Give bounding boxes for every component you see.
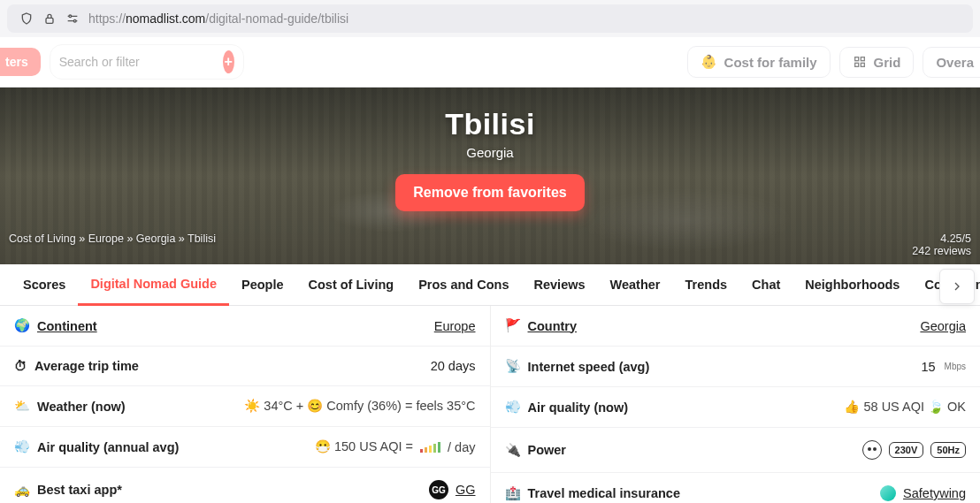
- info-col-right: 🚩Country Georgia 📡Internet speed (avg) 1…: [491, 306, 981, 503]
- value-country[interactable]: Georgia: [920, 319, 966, 333]
- frequency-badge: 50Hz: [930, 442, 966, 458]
- label-aqi-now: Air quality (now): [528, 400, 629, 415]
- gg-badge-icon: GG: [429, 480, 448, 499]
- tab-trends[interactable]: Trends: [673, 265, 740, 304]
- tab-digital-nomad-guide[interactable]: Digital Nomad Guide: [78, 264, 229, 306]
- tab-reviews[interactable]: Reviews: [522, 265, 598, 304]
- satellite-icon: 📡: [505, 359, 521, 374]
- bars-icon: [420, 442, 440, 453]
- svg-point-2: [73, 19, 76, 22]
- info-grid: 🌍Continent Europe ⏱Average trip time 20 …: [0, 306, 980, 503]
- svg-rect-4: [861, 57, 864, 61]
- hero: Tbilisi Georgia Remove from favorites Co…: [0, 88, 980, 264]
- label-aqi-avg: Air quality (annual avg): [37, 440, 179, 454]
- globe-icon: 🌍: [14, 318, 30, 333]
- label-insurance: Travel medical insurance: [528, 486, 680, 500]
- search-input[interactable]: [59, 55, 214, 69]
- outlet-icon: [862, 440, 882, 460]
- tab-people[interactable]: People: [229, 265, 296, 304]
- browser-urlbar[interactable]: https://nomadlist.com/digital-nomad-guid…: [7, 4, 973, 33]
- label-continent: Continent: [37, 319, 97, 333]
- svg-point-1: [69, 15, 72, 18]
- svg-rect-3: [854, 57, 858, 61]
- row-taxi: 🚕Best taxi app* GG GG: [0, 468, 490, 503]
- clock-icon: ⏱: [14, 359, 27, 373]
- app-toolbar: ters + 👶 Cost for family Grid Overa: [0, 37, 980, 88]
- label-weather-now: Weather (now): [37, 400, 126, 414]
- browser-urlbar-row: https://nomadlist.com/digital-nomad-guid…: [0, 0, 980, 37]
- value-taxi[interactable]: GG GG: [429, 480, 476, 499]
- chevron-right-icon: [950, 279, 964, 293]
- permissions-icon: [65, 11, 80, 26]
- value-trip-time: 20 days: [431, 359, 476, 373]
- plug-icon: 🔌: [505, 443, 521, 458]
- sun-cloud-icon: ⛅: [14, 399, 30, 414]
- grid-icon: [853, 55, 867, 69]
- url-path: /digital-nomad-guide/tbilisi: [205, 11, 348, 26]
- row-continent: 🌍Continent Europe: [0, 306, 490, 347]
- add-filter-button[interactable]: +: [223, 50, 234, 73]
- svg-rect-0: [46, 18, 53, 23]
- shield-icon: [19, 11, 34, 26]
- value-insurance[interactable]: Safetywing: [880, 485, 966, 501]
- row-trip-time: ⏱Average trip time 20 days: [0, 347, 490, 386]
- value-weather-now: ☀️ 34°C + 😊 Comfy (36%) = feels 35°C: [244, 399, 475, 414]
- svg-rect-5: [854, 63, 858, 66]
- lock-icon: [42, 11, 57, 26]
- label-power: Power: [528, 443, 567, 457]
- safetywing-icon: [880, 485, 896, 501]
- wind-icon: 💨: [505, 400, 521, 415]
- overall-button[interactable]: Overa: [923, 47, 980, 78]
- value-internet: 15Mbps: [921, 360, 966, 374]
- voltage-badge: 230V: [889, 442, 924, 458]
- label-taxi: Best taxi app*: [37, 483, 122, 497]
- url-scheme: https://: [88, 11, 126, 26]
- value-continent[interactable]: Europe: [434, 319, 476, 333]
- row-aqi-avg: 💨Air quality (annual avg) 😷 150 US AQI =…: [0, 427, 490, 468]
- tab-scores[interactable]: Scores: [11, 265, 78, 304]
- row-power: 🔌Power 230V 50Hz: [491, 428, 981, 473]
- tab-chat[interactable]: Chat: [739, 265, 792, 304]
- hospital-icon: 🏥: [505, 486, 521, 501]
- cost-family-button[interactable]: 👶 Cost for family: [687, 46, 831, 78]
- rating-block: 4.25/5 242 reviews: [912, 232, 971, 257]
- taxi-icon: 🚕: [14, 483, 30, 498]
- url-text[interactable]: https://nomadlist.com/digital-nomad-guid…: [88, 11, 348, 26]
- row-weather-now: ⛅Weather (now) ☀️ 34°C + 😊 Comfy (36%) =…: [0, 386, 490, 427]
- value-power: 230V 50Hz: [862, 440, 966, 460]
- wind-icon: 💨: [14, 439, 30, 454]
- label-trip-time: Average trip time: [34, 359, 139, 373]
- remove-favorite-button[interactable]: Remove from favorites: [395, 174, 584, 211]
- label-internet: Internet speed (avg): [528, 360, 650, 374]
- page-subtitle: Georgia: [0, 145, 980, 160]
- grid-view-button[interactable]: Grid: [839, 47, 915, 78]
- breadcrumb[interactable]: Cost of Living » Europe » Georgia » Tbil…: [9, 232, 216, 257]
- rating-reviews: 242 reviews: [912, 245, 971, 257]
- page-title: Tbilisi: [0, 107, 980, 141]
- value-aqi-now: 👍 58 US AQI 🍃 OK: [844, 400, 966, 415]
- tabs-scroll-right[interactable]: [939, 269, 975, 304]
- tab-pros-cons[interactable]: Pros and Cons: [406, 265, 521, 304]
- row-aqi-now: 💨Air quality (now) 👍 58 US AQI 🍃 OK: [491, 387, 981, 428]
- row-insurance: 🏥Travel medical insurance Safetywing: [491, 473, 981, 503]
- rating-score: 4.25/5: [912, 232, 971, 245]
- label-country: Country: [528, 319, 578, 333]
- value-aqi-avg: 😷 150 US AQI = / day: [315, 439, 476, 454]
- tabs: Scores Digital Nomad Guide People Cost o…: [0, 264, 980, 306]
- search-filter[interactable]: +: [50, 44, 244, 80]
- flag-icon: 🚩: [505, 318, 521, 333]
- tab-neighborhoods[interactable]: Neighborhoods: [792, 265, 912, 304]
- tab-cost-of-living[interactable]: Cost of Living: [296, 265, 407, 304]
- svg-rect-6: [861, 63, 864, 66]
- info-col-left: 🌍Continent Europe ⏱Average trip time 20 …: [0, 306, 491, 503]
- url-host: nomadlist.com: [126, 11, 205, 26]
- row-internet: 📡Internet speed (avg) 15Mbps: [491, 347, 981, 387]
- filters-pill[interactable]: ters: [0, 48, 41, 76]
- tab-weather[interactable]: Weather: [598, 265, 673, 304]
- row-country: 🚩Country Georgia: [491, 306, 981, 347]
